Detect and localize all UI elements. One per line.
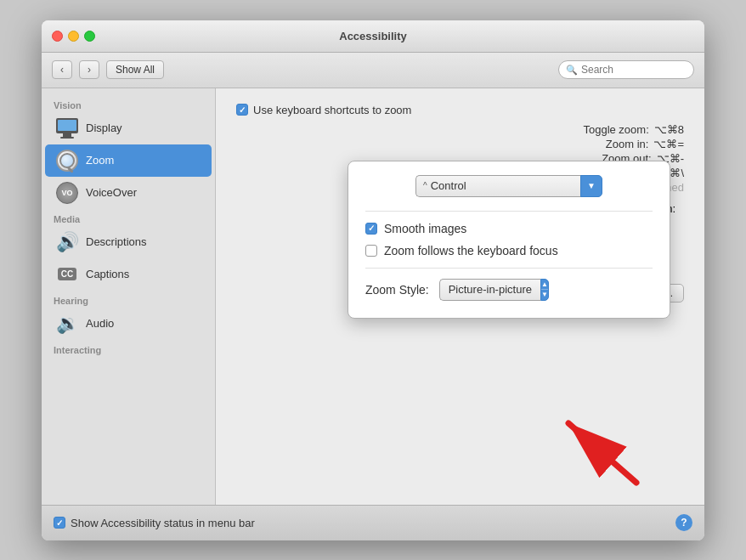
sidebar-item-voiceover-label: VoiceOver [86,186,137,199]
traffic-lights [52,31,95,42]
popup-panel: ^ Control ▼ Smooth images [348,161,670,319]
smooth-images-checkbox[interactable] [365,223,377,235]
toggle-zoom-key: ⌥⌘8 [654,123,684,136]
show-all-button[interactable]: Show All [106,60,164,79]
keyboard-shortcuts-row: Use keyboard shortcuts to zoom [236,104,684,116]
sidebar-item-captions-label: Captions [86,268,129,280]
monitor-icon [55,116,79,140]
smooth-images-row: Smooth images [365,222,653,235]
zoom-style-row: Zoom Style: Picture-in-picture ▲ ▼ [365,279,653,301]
sidebar-item-voiceover[interactable]: VO VoiceOver [45,177,212,209]
bottombar: Show Accessibility status in menu bar ? [42,505,704,540]
speaker-icon: 🔊 [55,230,79,254]
modifier-select-value: Control [431,179,466,192]
follows-keyboard-row: Zoom follows the keyboard focus [365,244,653,257]
toolbar: ‹ › Show All 🔍 [42,53,704,88]
sidebar-item-zoom-label: Zoom [86,154,114,167]
sidebar: Vision Display [42,88,216,505]
sidebar-group-vision: Vision [42,95,215,112]
help-button[interactable]: ? [675,514,692,531]
modifier-select-main[interactable]: ^ Control [415,175,581,197]
zoom-style-label: Zoom Style: [365,283,429,297]
minimize-button[interactable] [68,31,79,42]
content-area: Use keyboard shortcuts to zoom Toggle zo… [216,88,704,505]
popup-separator-1 [365,211,653,212]
fullscreen-button[interactable] [84,31,95,42]
zoom-in-row: Zoom in: ⌥⌘= [253,138,684,150]
captions-icon: CC [55,263,79,286]
toggle-zoom-label: Toggle zoom: [583,123,648,136]
sidebar-item-zoom[interactable]: Zoom [45,144,212,177]
toggle-zoom-row: Toggle zoom: ⌥⌘8 [253,123,684,136]
search-input[interactable] [581,64,687,76]
zoom-in-label: Zoom in: [606,138,649,150]
main-content: Vision Display [42,88,704,505]
sidebar-group-media: Media [42,209,215,226]
follows-keyboard-label: Zoom follows the keyboard focus [384,244,558,257]
modifier-select-dropdown-btn[interactable]: ▼ [580,175,602,197]
follows-keyboard-checkbox[interactable] [365,245,377,257]
zoom-icon [55,149,79,173]
accessibility-window: Accessibility ‹ › Show All 🔍 Vision [42,20,704,540]
sidebar-group-hearing: Hearing [42,291,215,308]
keyboard-shortcuts-checkbox[interactable] [236,104,248,116]
sidebar-item-descriptions-label: Descriptions [86,235,147,248]
show-accessibility-label: Show Accessibility status in menu bar [71,517,255,529]
zoom-style-value[interactable]: Picture-in-picture [439,279,540,301]
caret-left-icon: ^ [423,181,427,190]
sidebar-item-display[interactable]: Display [45,112,212,144]
search-field: 🔍 [558,60,694,79]
smooth-images-label: Smooth images [384,222,466,235]
sidebar-group-interacting: Interacting [42,340,215,357]
back-button[interactable]: ‹ [52,60,72,79]
audio-icon: 🔉 [55,312,79,336]
zoom-style-select[interactable]: Picture-in-picture ▲ ▼ [439,279,549,301]
modifier-key-row: ^ Control ▼ [365,175,653,197]
zoom-style-down-arrow[interactable]: ▼ [541,290,548,300]
close-button[interactable] [52,31,63,42]
sidebar-item-audio-label: Audio [86,317,114,330]
voiceover-icon: VO [55,181,79,205]
modifier-select-wrapper: ^ Control ▼ [415,175,602,197]
window-title: Accessibility [339,30,407,42]
forward-button[interactable]: › [79,60,99,79]
dropdown-arrow-icon: ▼ [587,181,596,190]
show-accessibility-checkbox[interactable] [54,517,65,529]
sidebar-item-audio[interactable]: 🔉 Audio [45,308,212,340]
titlebar: Accessibility [42,20,704,53]
zoom-style-arrows[interactable]: ▲ ▼ [540,279,549,301]
show-accessibility-row[interactable]: Show Accessibility status in menu bar [54,517,255,529]
search-icon: 🔍 [566,65,578,76]
zoom-style-up-arrow[interactable]: ▲ [541,280,548,291]
keyboard-shortcuts-text: Use keyboard shortcuts to zoom [253,104,411,116]
popup-separator-2 [365,268,653,269]
sidebar-item-descriptions[interactable]: 🔊 Descriptions [45,226,212,258]
keyboard-shortcuts-label[interactable]: Use keyboard shortcuts to zoom [236,104,411,116]
zoom-in-key: ⌥⌘= [653,138,684,150]
sidebar-item-captions[interactable]: CC Captions [45,258,212,291]
sidebar-item-display-label: Display [86,122,122,134]
